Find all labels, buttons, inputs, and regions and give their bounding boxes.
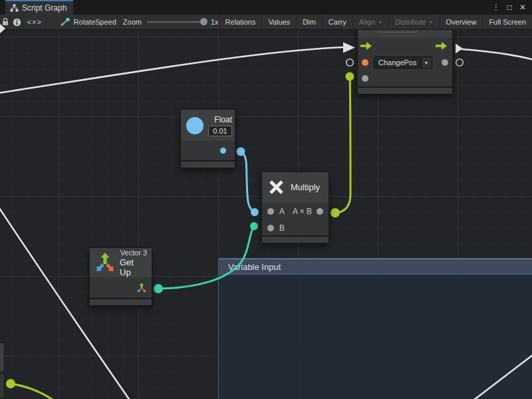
script-graph-window: Variable Input Gra — [0, 0, 532, 399]
vector-get-up-node[interactable]: Vector 3 Get Up — [89, 247, 152, 306]
float-title: Float — [214, 115, 232, 124]
chevron-down-icon: ▼ — [429, 20, 434, 25]
multiply-icon — [268, 179, 285, 196]
window-menu-button[interactable]: ⋮ — [491, 3, 501, 12]
distribute-label: Distribute — [395, 18, 426, 26]
multiply-node-header[interactable]: Multiply — [262, 172, 329, 202]
offscreen-node-body[interactable] — [0, 374, 5, 399]
float-node-footer — [181, 160, 235, 168]
offscreen-node-header[interactable] — [0, 342, 5, 372]
multiply-input-b-label: B — [279, 223, 285, 233]
zoom-slider[interactable] — [147, 18, 205, 26]
machine-icon — [60, 17, 70, 27]
dim-button[interactable]: Dim — [297, 15, 323, 29]
dim-label: Dim — [303, 18, 316, 26]
event-value-row — [358, 70, 452, 86]
chevron-down-icon: ▼ — [421, 57, 432, 68]
code-toggle-label: <×> — [27, 18, 42, 26]
float-output-port[interactable] — [220, 148, 226, 154]
multiply-output-label: A × B — [293, 207, 312, 216]
code-view-toggle[interactable]: <×> — [23, 15, 47, 29]
float-node[interactable]: Float 0.01 — [180, 109, 235, 168]
relations-button[interactable]: Relations — [219, 15, 263, 29]
window-maximize-button[interactable]: □ — [504, 3, 515, 12]
vector-output-row — [90, 277, 152, 298]
zoom-label: Zoom — [123, 18, 142, 26]
multiply-row-a: A A × B — [262, 202, 329, 221]
graph-toolbar: <×> RotateSpeed Zoom 1x Relations Values… — [0, 15, 532, 30]
float-value-field[interactable]: 0.01 — [208, 126, 232, 136]
multiply-row-b: B — [262, 221, 329, 235]
values-label: Values — [268, 18, 290, 26]
full-screen-button[interactable]: Full Screen — [483, 15, 532, 29]
vector-output-port[interactable] — [136, 283, 147, 293]
multiply-input-b-port[interactable] — [267, 225, 274, 231]
event-trigger-row — [358, 37, 452, 55]
vector-type-label: Vector 3 — [120, 249, 147, 257]
zoom-control: Zoom 1x — [116, 15, 219, 29]
window-controls: ⋮ □ ✕ — [491, 0, 532, 15]
float-type-icon — [186, 117, 203, 134]
multiply-input-a-label: A — [279, 207, 285, 216]
event-enum-port[interactable] — [362, 59, 368, 66]
event-right-value-port[interactable] — [442, 59, 448, 66]
vector-node-footer — [90, 298, 152, 305]
distribute-button[interactable]: Distribute ▼ — [389, 15, 440, 29]
vector-title: Get Up — [120, 257, 147, 277]
float-node-header[interactable]: Float 0.01 — [181, 110, 235, 141]
relations-label: Relations — [225, 18, 256, 26]
vector3-icon — [94, 252, 116, 273]
align-label: Align — [359, 18, 375, 26]
float-output-row — [181, 141, 235, 160]
multiply-input-a-port[interactable] — [267, 208, 274, 215]
tab-bar: Script Graph ⋮ □ ✕ — [0, 0, 532, 15]
zoom-slider-knob[interactable] — [200, 18, 207, 25]
tab-title: Script Graph — [22, 3, 66, 13]
fold-corner-marker — [0, 24, 5, 33]
machine-breadcrumb[interactable]: RotateSpeed — [47, 15, 116, 29]
info-button[interactable] — [11, 15, 23, 29]
group-title: Variable Input — [228, 262, 281, 272]
trigger-output-arrow-icon[interactable] — [436, 42, 447, 50]
changepos-value: ChangePos — [374, 57, 421, 68]
event-node-footer — [358, 86, 452, 94]
chevron-down-icon: ▼ — [378, 20, 382, 25]
group-header[interactable]: Variable Input — [219, 259, 532, 275]
values-button[interactable]: Values — [262, 15, 297, 29]
vector-node-header[interactable]: Vector 3 Get Up — [90, 248, 152, 277]
overview-button[interactable]: Overview — [440, 15, 483, 29]
carry-button[interactable]: Carry — [323, 15, 353, 29]
multiply-title: Multiply — [291, 182, 320, 192]
multiply-node-footer — [262, 235, 329, 243]
changepos-dropdown[interactable]: ChangePos ▼ — [374, 57, 432, 68]
graph-hierarchy-icon — [10, 4, 19, 12]
zoom-value: 1x — [211, 18, 219, 26]
machine-name: RotateSpeed — [74, 18, 116, 26]
overview-label: Overview — [446, 18, 477, 26]
align-button[interactable]: Align ▼ — [353, 15, 389, 29]
event-left-value-port[interactable] — [362, 75, 368, 82]
carry-label: Carry — [329, 18, 346, 26]
multiply-node[interactable]: Multiply A A × B B — [261, 172, 329, 243]
info-icon — [13, 18, 21, 27]
tab-script-graph[interactable]: Script Graph — [5, 0, 73, 15]
multiply-output-port[interactable] — [317, 208, 323, 215]
group-variable-input[interactable]: Variable Input — [218, 258, 532, 399]
full-screen-label: Full Screen — [489, 18, 526, 26]
event-enum-row: ChangePos ▼ — [358, 55, 452, 70]
window-close-button[interactable]: ✕ — [517, 3, 528, 12]
trigger-input-arrow-icon[interactable] — [360, 42, 372, 50]
zoom-slider-track[interactable] — [147, 21, 205, 23]
